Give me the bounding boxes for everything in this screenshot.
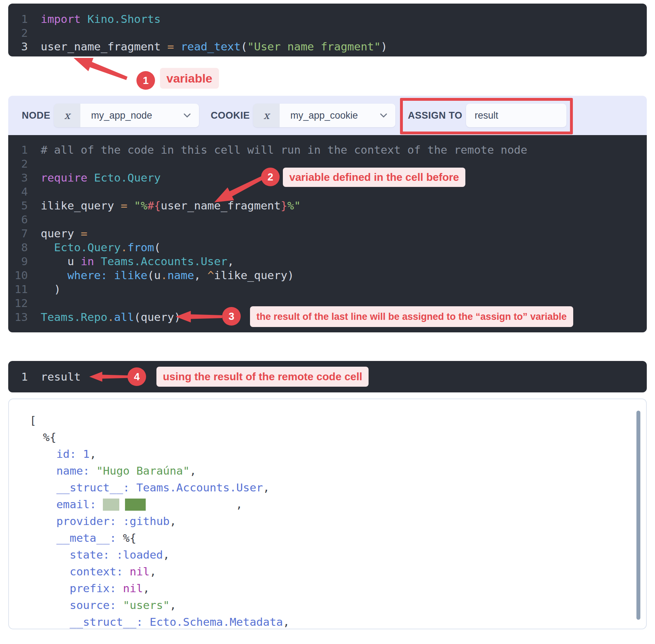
- code-content: context: nil,: [30, 563, 156, 580]
- code-line: 7query =: [8, 227, 647, 241]
- node-control: x my_app_node: [54, 104, 199, 127]
- code-content: prefix: nil,: [30, 580, 150, 597]
- code-token: source:: [70, 599, 116, 611]
- code-token: Teams.Accounts.User: [136, 481, 263, 494]
- code-token: (query): [134, 311, 181, 323]
- line-number: 1: [8, 143, 28, 157]
- code-line: 9 u in Teams.Accounts.User,: [8, 254, 647, 268]
- code-token: require: [41, 171, 88, 184]
- annotation-label-cell-before: variable defined in the cell before: [283, 168, 465, 187]
- code-token: ,: [228, 255, 234, 268]
- code-content: state: :loaded,: [30, 546, 170, 563]
- node-label: NODE: [22, 96, 50, 135]
- code-token: [30, 531, 56, 544]
- node-select[interactable]: my_app_node: [80, 104, 199, 127]
- annotation-badge-2: 2: [261, 168, 280, 186]
- code-token: ,: [283, 615, 290, 628]
- code-token: ,: [170, 599, 176, 611]
- code-content: [: [30, 412, 36, 429]
- code-line: __meta__: %{: [30, 530, 646, 546]
- code-token: id:: [56, 447, 76, 460]
- code-cell-remote[interactable]: 1# all of the code in this cell will run…: [8, 135, 647, 332]
- code-token: prefix:: [70, 582, 116, 595]
- code-token: provider:: [56, 515, 116, 527]
- code-token: state:: [70, 548, 110, 561]
- code-token: .: [108, 311, 114, 323]
- code-token: [30, 498, 56, 511]
- code-token: in: [81, 255, 94, 268]
- code-cell-setup[interactable]: 1import Kino.Shorts23user_name_fragment …: [8, 4, 647, 56]
- code-content: Teams.Repo.all(query): [41, 310, 181, 324]
- code-content: email: ,: [30, 496, 242, 513]
- code-token: [143, 615, 150, 628]
- code-content: provider: :github,: [30, 513, 176, 530]
- code-line: 6: [8, 213, 647, 227]
- code-token: Teams.Accounts.User: [101, 255, 228, 268]
- code-token: [88, 171, 94, 184]
- code-token: [130, 481, 136, 494]
- code-token: __struct__:: [56, 481, 130, 494]
- code-token: [: [30, 414, 36, 427]
- code-token: [81, 13, 88, 25]
- cookie-select[interactable]: my_app_cookie: [280, 104, 395, 127]
- code-line: 2: [8, 26, 647, 40]
- code-token: [116, 515, 123, 527]
- code-token: ilike_query: [41, 199, 121, 212]
- code-token: [76, 447, 83, 460]
- code-token: Ecto.Query: [94, 171, 161, 184]
- code-token: from: [128, 241, 154, 254]
- code-token: %": [288, 199, 301, 212]
- code-token: ilike: [114, 269, 147, 282]
- code-token: name: [168, 269, 194, 282]
- code-line: 11 ): [8, 282, 647, 296]
- code-token: %{: [116, 531, 136, 544]
- annotation-arrow-4: [89, 369, 129, 385]
- line-number: 7: [8, 227, 28, 241]
- code-token: [30, 447, 56, 460]
- assign-to-input[interactable]: result: [466, 104, 566, 127]
- line-number: 10: [8, 268, 28, 282]
- code-token: "User name fragment": [248, 40, 381, 53]
- code-content: query =: [41, 227, 88, 241]
- code-token: #{: [148, 199, 161, 212]
- code-token: user_name_fragment: [41, 40, 168, 53]
- code-line: 3user_name_fragment = read_text("User na…: [8, 40, 647, 54]
- code-token: [41, 269, 68, 282]
- code-token: where:: [68, 269, 108, 282]
- code-line: __struct__: Ecto.Schema.Metadata,: [30, 614, 646, 629]
- code-token: "users": [123, 599, 170, 611]
- code-token: ,: [194, 269, 207, 282]
- code-token: ,: [263, 481, 270, 494]
- code-line: 5ilike_query = "%#{user_name_fragment}%": [8, 199, 647, 213]
- code-content: # all of the code in this cell will run …: [41, 143, 527, 157]
- code-token: :github: [123, 515, 170, 527]
- line-number: 1: [8, 370, 28, 383]
- code-token: .: [121, 241, 128, 254]
- code-token: read_text: [181, 40, 241, 53]
- code-token: Kino.Shorts: [88, 13, 161, 25]
- output-scrollbar[interactable]: [636, 411, 640, 620]
- code-content: __struct__: Teams.Accounts.User,: [30, 479, 270, 496]
- chevron-down-icon: [380, 113, 388, 118]
- code-line: 10 where: ilike(u.name, ^ilike_query): [8, 268, 647, 282]
- code-token: =: [81, 227, 88, 240]
- code-token: Ecto.Query: [54, 241, 121, 254]
- code-content: __meta__: %{: [30, 530, 136, 546]
- code-token: ,: [163, 548, 170, 561]
- code-content: source: "users",: [30, 597, 176, 614]
- code-line: 1# all of the code in this cell will run…: [8, 143, 647, 157]
- code-token: 1: [83, 447, 90, 460]
- code-token: import: [41, 13, 81, 25]
- code-content: ): [41, 282, 61, 296]
- code-content: user_name_fragment = read_text("User nam…: [41, 40, 388, 54]
- code-token: }: [281, 199, 288, 212]
- code-token: __struct__:: [70, 615, 143, 628]
- code-line: email: ,: [30, 496, 646, 513]
- cookie-label: COOKIE: [211, 96, 250, 135]
- code-token: __meta__:: [56, 531, 116, 544]
- cookie-select-value: my_app_cookie: [290, 110, 358, 121]
- line-number: 3: [8, 171, 28, 185]
- code-content: __struct__: Ecto.Schema.Metadata,: [30, 614, 290, 629]
- code-token: [41, 241, 54, 254]
- code-token: [108, 269, 114, 282]
